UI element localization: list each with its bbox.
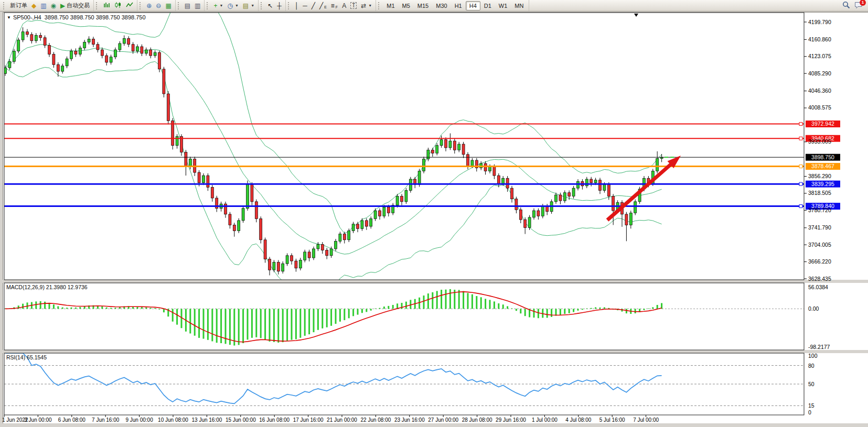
chart-title[interactable]: ▼SP500-,H4 3898.750 3898.750 3898.750 38… (7, 14, 146, 20)
timeframe-button-MN[interactable]: MN (511, 1, 527, 10)
toolbar-grip[interactable] (378, 2, 381, 9)
vertical-line-button[interactable]: │ (293, 2, 301, 10)
tile-windows-button[interactable]: ▦ (163, 2, 173, 10)
market-watch-icon[interactable]: ▥ (38, 2, 48, 10)
timeframe-button-M1[interactable]: M1 (383, 1, 398, 10)
toolbar-grip[interactable] (140, 2, 142, 9)
equidistant-channel-button[interactable]: ╱E (317, 2, 329, 10)
candle-down (185, 152, 187, 166)
hline-handle[interactable] (799, 123, 802, 126)
candle-down (511, 188, 513, 199)
toolbar-grip[interactable] (207, 2, 209, 9)
candle-up (242, 209, 244, 221)
candle-up (317, 244, 319, 249)
zoom-in-button[interactable]: ⊕ (144, 2, 154, 10)
candle-down (48, 45, 51, 54)
hline-handle[interactable] (799, 182, 802, 185)
svg-text:80: 80 (808, 363, 815, 369)
panel-splitter[interactable] (3, 280, 868, 283)
search-icon[interactable] (842, 1, 850, 10)
candle-up (339, 234, 341, 242)
candle-down (92, 39, 95, 44)
new-order-button[interactable]: 新订单 (8, 1, 29, 10)
horizontal-line-button[interactable]: ─ (301, 2, 309, 10)
candle-down (105, 56, 108, 62)
hline-handle[interactable] (799, 137, 802, 140)
trendline-button[interactable]: ╱ (309, 2, 317, 10)
svg-text:4008.575: 4008.575 (808, 104, 831, 111)
text-label-button[interactable]: T (348, 1, 359, 10)
svg-text:23 Jun 16:00: 23 Jun 16:00 (394, 417, 425, 423)
crosshair-button[interactable]: ┼ (275, 2, 284, 10)
autotrading-button[interactable]: ▶自动交易 (58, 1, 92, 10)
hline-handle[interactable] (799, 205, 802, 208)
svg-text:0.00: 0.00 (808, 305, 819, 312)
candle-down (462, 144, 465, 155)
fibonacci-button[interactable]: ≡F (329, 2, 340, 10)
candle-down (343, 234, 346, 240)
candle-up (577, 181, 580, 188)
toolbar-grip[interactable] (3, 2, 6, 9)
timeframe-button-M5[interactable]: M5 (399, 1, 414, 10)
timeframe-button-M15[interactable]: M15 (414, 1, 432, 10)
macd-indicator-label: MACD(12,26,9) 21.3980 12.9736 (6, 284, 88, 290)
cursor-button[interactable]: ↖ (265, 2, 275, 10)
toolbar-grip[interactable] (96, 2, 99, 9)
candle-up (489, 167, 491, 171)
new-order-button-label: 新订单 (10, 2, 27, 9)
candlestick-chart-button[interactable] (112, 1, 124, 10)
zoom-out-button[interactable]: ⊖ (154, 2, 163, 10)
arrange-windows-button[interactable]: ▤ (183, 2, 192, 10)
candle-down (264, 240, 266, 259)
text-button[interactable]: A (340, 2, 348, 10)
timeframe-button-W1[interactable]: W1 (495, 1, 511, 10)
timeframe-button-M30[interactable]: M30 (432, 1, 451, 10)
candle-down (101, 50, 103, 56)
line-chart-button[interactable] (124, 1, 135, 10)
dropdown-caret-icon[interactable]: ▼ (368, 4, 372, 7)
toolbar-grip[interactable] (288, 2, 291, 9)
toolbar-grip[interactable] (261, 2, 263, 9)
toolbar-group: ⊕⊖▦ (137, 0, 175, 11)
templates-button[interactable]: ▤▼ (241, 2, 256, 10)
collapse-indicator-icon[interactable]: ▼ (7, 15, 11, 20)
toolbar-grip[interactable] (178, 2, 180, 9)
candle-down (97, 45, 99, 50)
periods-icon: ◷ (227, 3, 232, 9)
dropdown-caret-icon[interactable]: ▼ (219, 4, 223, 7)
candle-up (585, 179, 588, 186)
dropdown-caret-icon[interactable]: ▼ (235, 4, 239, 7)
dropdown-caret-icon[interactable]: ▼ (251, 4, 254, 7)
svg-text:3 Jun 00:00: 3 Jun 00:00 (24, 417, 52, 423)
shapes-button[interactable]: ⇄▼ (359, 2, 374, 10)
svg-text:4085.290: 4085.290 (808, 70, 831, 76)
svg-text:13 Jun 16:00: 13 Jun 16:00 (191, 417, 222, 423)
navigator-icon[interactable]: ◉ (49, 2, 58, 10)
chart-canvas[interactable]: 3972.9423940.6823878.4673839.2953789.840… (0, 12, 868, 427)
notifications-icon[interactable]: 1 (854, 2, 863, 10)
chart-profiles-icon[interactable]: ◆ (29, 2, 38, 10)
toolbar-right: 1 (842, 1, 867, 10)
candle-up (176, 137, 178, 146)
svg-text:4123.075: 4123.075 (808, 53, 831, 59)
timeframe-button-H4[interactable]: H4 (466, 1, 480, 10)
tile-windows-icon: ▦ (165, 3, 171, 9)
vertical-line-icon: │ (295, 3, 299, 9)
periods-button[interactable]: ◷▼ (225, 2, 240, 10)
svg-text:3818.505: 3818.505 (808, 190, 831, 196)
candle-up (352, 224, 355, 231)
bar-chart-button[interactable] (101, 1, 112, 10)
main-toolbar: 新订单◆▥◉▶自动交易⊕⊖▦▤▥+▼◷▼▤▼↖┼│─╱╱E≡FAT⇄▼M1M5M… (0, 0, 868, 12)
candle-up (458, 144, 460, 150)
timeframe-button-D1[interactable]: D1 (480, 1, 495, 10)
candle-up (238, 221, 240, 231)
cascade-windows-button[interactable]: ▥ (192, 2, 202, 10)
candle-up (189, 159, 191, 166)
new-chart-button[interactable]: +▼ (211, 2, 225, 10)
panel-splitter[interactable] (3, 350, 868, 353)
candle-up (61, 66, 64, 71)
timeframe-button-H1[interactable]: H1 (451, 1, 466, 10)
candle-down (568, 193, 571, 196)
hline-handle[interactable] (799, 165, 802, 168)
candle-down (39, 36, 42, 38)
